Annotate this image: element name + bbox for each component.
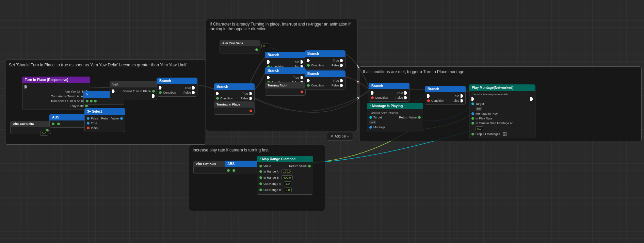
aim-yaw-delta-top[interactable]: Aim Yaw Delta [220,40,260,53]
true-out[interactable] [249,92,252,95]
true-pin[interactable] [87,122,90,125]
exec-out[interactable] [530,97,533,101]
return-pin[interactable] [308,165,311,167]
bc-header: Branch [369,83,409,89]
set-node[interactable]: SET Should Turn in Place [110,81,157,100]
value-pin[interactable] [259,165,262,167]
turning-in-place-node[interactable]: Turning in Place [214,101,255,115]
val-pin[interactable] [255,48,258,51]
stp-pin[interactable] [152,90,155,93]
aim-yaw-delta-left-header: Aim Yaw Delta [10,121,51,127]
play-rate-pin[interactable] [85,104,88,107]
in-play-rate-pin[interactable] [471,117,474,120]
branch-4-node[interactable]: Branch True Condition False [305,70,345,90]
return-pin[interactable] [120,117,123,120]
node-row: True [369,91,409,95]
exec-in[interactable] [307,59,310,62]
true-out[interactable] [340,59,343,62]
exec-in[interactable] [112,90,115,93]
target-pin[interactable] [471,102,474,105]
result-pin[interactable] [94,100,97,102]
play-montage-node[interactable]: Play Montage(Networked) Target is Manneq… [469,84,535,138]
b2-header: Branch [265,67,306,74]
mr-header: f Map Range Clamped [257,156,313,162]
node-row [22,84,90,89]
exec-in[interactable] [307,79,310,82]
false-out[interactable] [461,99,463,102]
false-out[interactable] [404,96,407,99]
val-pin[interactable] [249,110,252,112]
target-pin[interactable] [369,116,372,119]
exec-in[interactable] [371,91,374,95]
turning-right-node[interactable]: Turning Right [265,82,306,96]
pm-body: Target is Mannequin Anim BP Target self … [469,91,535,138]
node-row: In Range A 120.0 [257,168,313,175]
set-body: Should Turn in Place [110,87,157,100]
cond-pin[interactable] [427,99,430,102]
true-out[interactable] [340,79,343,82]
in-range-a-pin[interactable] [259,170,262,173]
node-row: False Return Value [85,116,125,121]
exec-in[interactable] [267,76,270,79]
exec-in-pin[interactable] [25,85,27,88]
stop-all-checkbox[interactable]: ✓ [503,132,506,136]
exec-in[interactable] [216,92,219,95]
in-time-pin[interactable] [471,122,474,125]
montage-playing-node[interactable]: f Montage Is Playing Target is Anim Inst… [367,103,423,131]
cond-pin[interactable] [371,96,374,99]
index-pin[interactable] [87,127,90,129]
in-range-b-pin[interactable] [259,176,262,179]
true-out[interactable] [461,94,463,98]
branch-main-body: True Condition False [157,84,197,97]
false-pin[interactable] [87,117,90,120]
false-out[interactable] [249,97,252,100]
montage-to-play-pin[interactable] [471,112,474,115]
true-out[interactable] [301,60,303,64]
true-out[interactable] [404,91,407,95]
in-pin[interactable] [227,169,230,172]
montage-pin[interactable] [369,126,372,129]
true-out[interactable] [301,76,303,79]
exec-in[interactable] [427,94,430,98]
node-row: Should Turn in Place [110,89,157,94]
node-row: Condition False [369,95,409,100]
cond-pin[interactable] [307,84,310,87]
val-pin[interactable] [301,91,303,93]
false-out[interactable] [192,91,195,94]
a-pin[interactable] [86,100,88,102]
out-pin[interactable] [232,169,235,172]
out-range-a-pin[interactable] [259,182,262,185]
map-range-node[interactable]: f Map Range Clamped Value Return Value I… [257,156,313,195]
node-row: Condition False [214,96,254,101]
turn-in-place-node[interactable]: Turn in Place (Responsive) Aim Yaw Limit… [22,77,90,110]
out-pin[interactable] [57,123,60,125]
node-row: Out Range B 2.0 [257,187,313,193]
node-row [265,90,305,94]
false-out[interactable] [340,64,343,67]
stop-all-pin[interactable] [471,133,474,135]
exec-in[interactable] [159,86,162,90]
in-pin[interactable] [52,123,54,125]
branch-main-node[interactable]: Branch True Condition False [157,78,197,97]
cond-pin[interactable] [307,64,310,67]
cond-pin[interactable] [216,97,219,100]
true-out[interactable] [192,86,195,90]
return-pin[interactable] [418,116,421,119]
branch-cond-node[interactable]: Branch True Condition False [369,83,409,102]
select-node[interactable]: 3+ Select False Return Value True Index [84,108,125,132]
ayd-header: Aim Yaw Delta [220,40,260,46]
false-out[interactable] [340,84,343,87]
exec-out[interactable] [152,94,155,98]
branch-final-node[interactable]: Branch True Condition False [425,86,466,105]
out-range-b-pin[interactable] [259,189,262,191]
exec-in[interactable] [471,97,474,101]
add-pin-node[interactable]: ✕ Add pin + [327,132,353,141]
b1-header: Branch [265,52,306,58]
branch-outer-node[interactable]: Branch True Condition False [214,83,255,102]
abs-node-1[interactable]: ABS [49,114,90,128]
exec-in[interactable] [267,60,270,64]
b-pin[interactable] [90,100,93,102]
branch-3-node[interactable]: Branch True Condition False [305,50,345,69]
cond-pin[interactable] [159,91,162,94]
node-row: True [265,60,305,64]
